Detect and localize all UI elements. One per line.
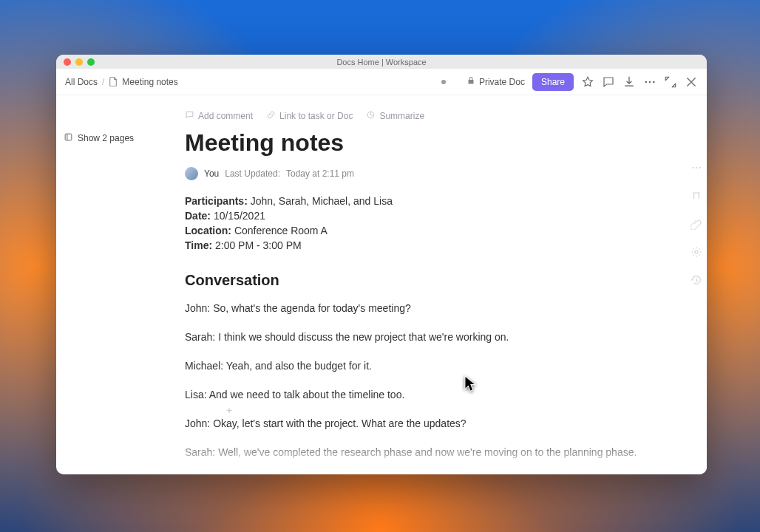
close-icon[interactable]	[685, 75, 698, 89]
date-label: Date:	[185, 210, 211, 222]
show-pages-toggle[interactable]: Show 2 pages	[64, 132, 170, 144]
titlebar: Docs Home | Workspace	[56, 55, 707, 69]
author-name: You	[204, 168, 219, 179]
avatar	[185, 167, 198, 180]
privacy-label: Private Doc	[479, 77, 525, 87]
document-body: Show 2 pages Add comment	[56, 95, 707, 474]
link-task-action[interactable]: Link to task or Doc	[266, 110, 353, 122]
page-title[interactable]: Meeting notes	[185, 129, 677, 157]
summarize-label: Summarize	[379, 111, 424, 121]
left-rail: Show 2 pages	[56, 95, 177, 474]
sync-status-icon	[441, 80, 446, 84]
download-icon[interactable]	[622, 75, 636, 89]
conversation-line[interactable]: Sarah: I think we should discuss the new…	[185, 330, 677, 345]
document-scroll[interactable]: Add comment Link to task or Doc	[177, 95, 707, 474]
svg-point-2	[653, 81, 655, 83]
conversation-line[interactable]: Lisa: And we need to talk about the time…	[185, 387, 677, 403]
comment-bubble-icon[interactable]	[602, 75, 615, 89]
window-controls	[64, 58, 95, 66]
conversation-line[interactable]: John: Okay, let's start with the project…	[185, 416, 677, 432]
rail-history-icon[interactable]	[691, 274, 702, 286]
field-date[interactable]: Date: 10/15/2021	[185, 210, 677, 222]
add-block-icon[interactable]: +	[226, 404, 232, 416]
toolbar-right: Private Doc Share	[466, 73, 698, 91]
add-comment-action[interactable]: Add comment	[185, 110, 253, 122]
doc-meta: You Last Updated: Today at 2:11 pm	[185, 167, 677, 180]
conversation-line[interactable]: John: So, what's the agenda for today's …	[185, 301, 677, 316]
link-task-label: Link to task or Doc	[279, 111, 353, 121]
svg-point-5	[692, 167, 693, 168]
updated-value: Today at 2:11 pm	[286, 168, 354, 179]
more-options-icon[interactable]	[643, 75, 656, 89]
lock-icon	[466, 76, 475, 87]
svg-point-8	[695, 250, 698, 253]
breadcrumb-current[interactable]: Meeting notes	[122, 77, 177, 87]
participants-value: John, Sarah, Michael, and Lisa	[251, 195, 393, 207]
location-value: Conference Room A	[234, 225, 328, 236]
summarize-action[interactable]: Summarize	[366, 110, 424, 122]
content-area: Add comment Link to task or Doc	[177, 95, 707, 474]
desktop-background: Docs Home | Workspace All Docs / Meeting…	[0, 0, 760, 532]
conversation-line[interactable]: Sarah: Well, we've completed the researc…	[185, 445, 677, 460]
participants-label: Participants:	[185, 195, 248, 207]
right-rail	[691, 162, 702, 286]
rail-more-icon[interactable]	[691, 162, 702, 174]
toolbar: All Docs / Meeting notes Private Doc Sha…	[56, 69, 707, 95]
location-label: Location:	[185, 225, 231, 236]
doc-actions-row: Add comment Link to task or Doc	[185, 110, 677, 122]
rail-settings-icon[interactable]	[691, 246, 702, 258]
conversation-line[interactable]: Michael: Yeah, and also the budget for i…	[185, 358, 677, 374]
maximize-window-button[interactable]	[87, 58, 95, 66]
comment-icon	[185, 110, 194, 122]
date-value: 10/15/2021	[214, 210, 265, 222]
svg-point-7	[699, 167, 701, 168]
section-heading-conversation[interactable]: Conversation	[185, 272, 677, 289]
updated-label: Last Updated:	[225, 168, 280, 179]
field-time[interactable]: Time: 2:00 PM - 3:00 PM	[185, 239, 677, 251]
add-comment-label: Add comment	[198, 111, 253, 121]
privacy-indicator[interactable]: Private Doc	[466, 76, 525, 87]
breadcrumb-separator: /	[102, 77, 104, 87]
time-value: 2:00 PM - 3:00 PM	[215, 239, 302, 251]
show-pages-label: Show 2 pages	[78, 133, 134, 143]
collapse-icon[interactable]	[664, 75, 677, 89]
svg-point-1	[649, 81, 651, 83]
star-icon[interactable]	[581, 75, 594, 89]
summarize-icon	[366, 110, 376, 122]
share-button[interactable]: Share	[532, 73, 574, 91]
rail-clip-icon[interactable]	[691, 218, 702, 230]
app-window: Docs Home | Workspace All Docs / Meeting…	[56, 55, 707, 474]
window-title: Docs Home | Workspace	[56, 58, 707, 66]
breadcrumb: All Docs / Meeting notes	[65, 77, 178, 87]
close-window-button[interactable]	[64, 58, 71, 66]
pages-icon	[64, 132, 73, 144]
link-icon	[266, 110, 276, 122]
document-icon	[109, 77, 118, 87]
svg-point-6	[696, 167, 697, 168]
breadcrumb-root[interactable]: All Docs	[65, 77, 98, 87]
svg-rect-3	[65, 134, 72, 140]
field-location[interactable]: Location: Conference Room A	[185, 225, 677, 236]
time-label: Time:	[185, 239, 212, 251]
rail-text-icon[interactable]	[691, 190, 702, 202]
conversation-line[interactable]: Michael: But we still need to finalize t…	[185, 474, 677, 474]
minimize-window-button[interactable]	[75, 58, 83, 66]
field-participants[interactable]: Participants: John, Sarah, Michael, and …	[185, 195, 677, 207]
svg-point-0	[645, 81, 647, 83]
